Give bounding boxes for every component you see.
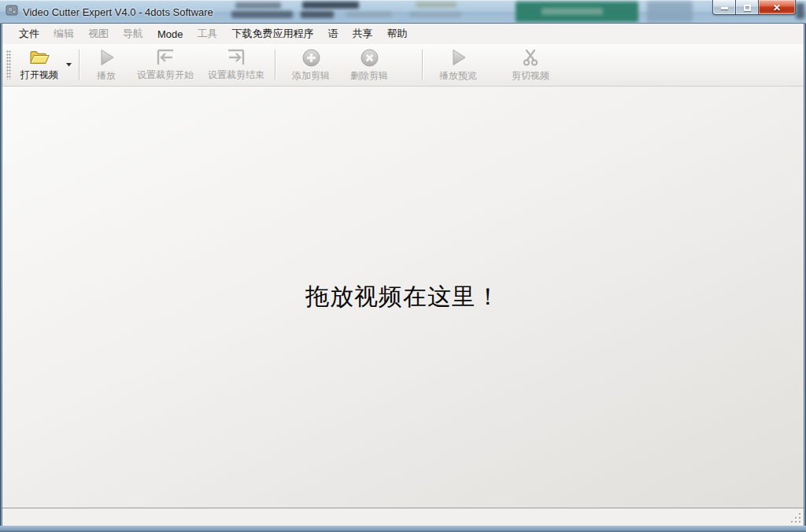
add-clip-icon	[301, 48, 321, 68]
app-window: Video Cutter Expert V4.0 - 4dots Softwar…	[0, 0, 806, 532]
menu-language[interactable]: 语	[321, 24, 346, 43]
play-icon	[96, 47, 116, 68]
client-area: 文件 编辑 视图 导航 Mode 工具 下载免费应用程序 语 共享 帮助	[2, 24, 804, 526]
chevron-down-icon	[66, 63, 72, 67]
set-cut-end-label: 设置裁剪结束	[208, 68, 264, 82]
window-title: Video Cutter Expert V4.0 - 4dots Softwar…	[23, 6, 213, 18]
set-cut-end-icon	[226, 48, 246, 67]
toolbar-grip[interactable]	[6, 50, 11, 79]
app-icon	[6, 4, 18, 20]
cut-video-button[interactable]: 剪切视频	[505, 46, 556, 84]
glass-artifact	[346, 12, 392, 17]
scissors-icon	[520, 47, 541, 68]
menu-tools[interactable]: 工具	[190, 24, 225, 43]
window-frame-bottom	[0, 526, 806, 532]
add-clip-button[interactable]: 添加剪辑	[285, 46, 337, 84]
menu-help[interactable]: 帮助	[380, 24, 415, 43]
menu-view[interactable]: 视图	[81, 24, 116, 43]
glass-artifact	[301, 11, 334, 18]
delete-clip-label: 删除剪辑	[350, 69, 388, 83]
play-button[interactable]: 播放	[89, 46, 124, 84]
resize-grip[interactable]	[790, 512, 801, 523]
glass-artifact	[302, 2, 359, 9]
glass-artifact	[409, 12, 461, 17]
menu-download-free-apps[interactable]: 下载免费应用程序	[225, 24, 321, 43]
glass-artifact	[235, 2, 281, 9]
menu-bar: 文件 编辑 视图 导航 Mode 工具 下载免费应用程序 语 共享 帮助	[2, 24, 804, 44]
close-icon: ✕	[773, 3, 781, 13]
add-clip-label: 添加剪辑	[292, 69, 330, 83]
caption-buttons: ✕	[712, 0, 796, 15]
glass-artifact	[416, 2, 457, 7]
delete-clip-button[interactable]: 删除剪辑	[343, 46, 395, 84]
play-preview-label: 播放预览	[439, 69, 477, 83]
menu-share[interactable]: 共享	[346, 24, 380, 43]
set-cut-end-button[interactable]: 设置裁剪结束	[201, 46, 272, 84]
toolbar-separator	[422, 50, 423, 80]
set-cut-start-icon	[155, 48, 176, 67]
maximize-icon	[744, 5, 751, 11]
menu-edit[interactable]: 编辑	[46, 24, 81, 43]
minimize-button[interactable]	[712, 0, 736, 15]
toolbar: 打开视频 播放	[2, 44, 804, 87]
delete-clip-icon	[360, 48, 379, 68]
set-cut-start-button[interactable]: 设置裁剪开始	[130, 46, 201, 84]
menu-mode[interactable]: Mode	[150, 26, 190, 42]
close-button[interactable]: ✕	[759, 0, 796, 15]
minimize-icon	[721, 7, 728, 9]
folder-open-icon	[28, 48, 51, 67]
open-video-button[interactable]: 打开视频	[13, 46, 65, 84]
drop-hint-text: 拖放视频在这里！	[305, 281, 501, 313]
play-preview-icon	[448, 47, 468, 68]
video-drop-zone[interactable]: 拖放视频在这里！	[2, 87, 804, 508]
glass-artifact	[231, 11, 293, 18]
menu-file[interactable]: 文件	[12, 24, 46, 43]
play-label: 播放	[97, 69, 116, 83]
glass-artifact	[542, 8, 603, 15]
toolbar-separator	[275, 50, 275, 80]
toolbar-separator	[79, 50, 79, 80]
title-bar[interactable]: Video Cutter Expert V4.0 - 4dots Softwar…	[0, 0, 806, 24]
glass-artifact	[647, 2, 693, 22]
maximize-button[interactable]	[736, 0, 759, 15]
glass-artifact	[796, 3, 804, 19]
open-video-label: 打开视频	[20, 68, 58, 82]
cut-video-label: 剪切视频	[512, 69, 549, 83]
open-video-dropdown[interactable]	[65, 46, 76, 84]
menu-navigate[interactable]: 导航	[116, 24, 150, 43]
status-bar	[2, 508, 804, 526]
play-preview-button[interactable]: 播放预览	[432, 46, 484, 84]
set-cut-start-label: 设置裁剪开始	[137, 68, 194, 82]
